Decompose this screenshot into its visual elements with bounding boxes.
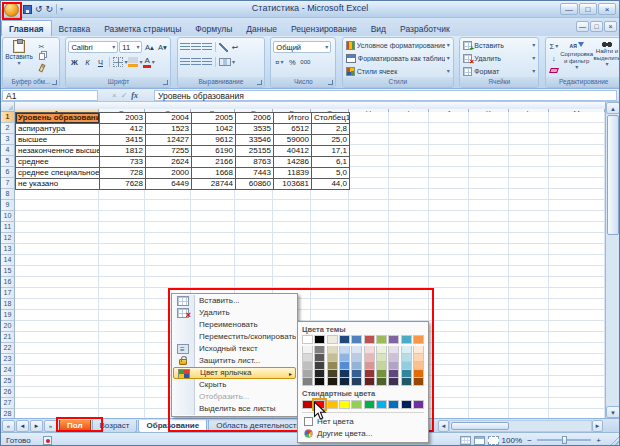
- table-cell[interactable]: высшее: [16, 135, 100, 146]
- zoom-slider-thumb[interactable]: [562, 436, 567, 444]
- row-header-13[interactable]: 13: [1, 244, 15, 255]
- row-header-8[interactable]: 8: [1, 189, 15, 200]
- theme-color-swatch[interactable]: [302, 354, 313, 362]
- table-cell[interactable]: аспирантура: [16, 124, 100, 135]
- number-format-select[interactable]: Общий▾: [273, 41, 331, 53]
- table-cell[interactable]: 1812: [100, 146, 146, 157]
- menu-item-select-all-sheets[interactable]: Выделить все листы: [173, 403, 296, 415]
- sort-filter-button[interactable]: АЯ Сортировка и фильтр ▾: [561, 40, 592, 76]
- name-box[interactable]: A1: [2, 90, 98, 101]
- theme-color-swatch[interactable]: [339, 362, 350, 370]
- format-painter-button[interactable]: [35, 64, 48, 74]
- prev-sheet-button[interactable]: ◄: [16, 420, 29, 432]
- row-header-26[interactable]: 26: [1, 387, 15, 398]
- next-sheet-button[interactable]: ►: [30, 420, 43, 432]
- font-color-icon[interactable]: А: [143, 57, 150, 68]
- vertical-scroll-thumb[interactable]: [607, 115, 619, 235]
- align-middle-icon[interactable]: [191, 43, 201, 51]
- theme-color-swatch[interactable]: [327, 362, 338, 370]
- standard-color-swatch[interactable]: [364, 400, 375, 409]
- table-cell[interactable]: среднее специальное: [16, 168, 100, 179]
- table-cell[interactable]: 7628: [100, 179, 146, 190]
- find-select-button[interactable]: Найти и выделить ▾: [593, 40, 620, 76]
- row-header-6[interactable]: 6: [1, 167, 15, 178]
- table-cell[interactable]: 60860: [236, 179, 274, 190]
- theme-color-swatch[interactable]: [351, 362, 362, 370]
- theme-color-swatch[interactable]: [401, 335, 412, 344]
- row-header-9[interactable]: 9: [1, 200, 15, 211]
- fill-color-icon[interactable]: [128, 57, 138, 67]
- theme-color-swatch[interactable]: [388, 378, 399, 386]
- menu-item-tab-color[interactable]: Цвет ярлычка▸: [173, 367, 296, 379]
- table-header-cell[interactable]: 2003: [100, 113, 146, 124]
- table-cell[interactable]: 3535: [236, 124, 274, 135]
- insert-cells-button[interactable]: Вставить▾: [460, 39, 538, 51]
- zoom-slider[interactable]: [537, 439, 591, 441]
- row-header-7[interactable]: 7: [1, 178, 15, 189]
- more-colors-item[interactable]: Другие цвета...: [302, 427, 424, 439]
- menu-item-rename-sheet[interactable]: Переименовать: [173, 319, 296, 331]
- clear-button[interactable]: [548, 64, 560, 76]
- row-header-24[interactable]: 24: [1, 365, 15, 376]
- table-cell[interactable]: 25155: [236, 146, 274, 157]
- close-button[interactable]: ×: [598, 3, 616, 15]
- conditional-formatting-button[interactable]: Условное форматирование▾: [343, 39, 453, 51]
- table-cell[interactable]: 3415: [100, 135, 146, 146]
- align-left-icon[interactable]: [180, 58, 190, 66]
- theme-color-swatch[interactable]: [351, 346, 362, 354]
- table-cell[interactable]: 25,0: [312, 135, 350, 146]
- dialog-launcher-icon[interactable]: [163, 80, 168, 85]
- standard-color-swatch[interactable]: [376, 400, 387, 409]
- theme-color-swatch[interactable]: [388, 354, 399, 362]
- autosum-button[interactable]: Σ▾: [548, 40, 560, 52]
- last-sheet-button[interactable]: »: [44, 420, 57, 432]
- theme-color-swatch[interactable]: [376, 370, 387, 378]
- theme-color-swatch[interactable]: [413, 354, 424, 362]
- table-header-cell[interactable]: 2006: [236, 113, 274, 124]
- table-header-cell[interactable]: Столбец1: [312, 113, 350, 124]
- theme-color-swatch[interactable]: [401, 370, 412, 378]
- ribbon-tab-Главная[interactable]: Главная: [1, 20, 52, 37]
- table-cell[interactable]: 6190: [192, 146, 236, 157]
- workbook-minimize-button[interactable]: —: [576, 21, 589, 32]
- theme-color-swatch[interactable]: [388, 335, 399, 344]
- orientation-icon[interactable]: [219, 43, 228, 52]
- table-cell[interactable]: 7255: [146, 146, 192, 157]
- row-header-15[interactable]: 15: [1, 266, 15, 277]
- table-cell[interactable]: 733: [100, 157, 146, 168]
- theme-color-swatch[interactable]: [401, 362, 412, 370]
- format-cells-button[interactable]: Формат▾: [460, 65, 538, 77]
- scroll-down-icon[interactable]: ▼: [606, 406, 620, 418]
- row-header-16[interactable]: 16: [1, 277, 15, 288]
- workbook-close-button[interactable]: ×: [604, 21, 617, 32]
- theme-color-swatch[interactable]: [327, 354, 338, 362]
- theme-color-swatch[interactable]: [376, 354, 387, 362]
- theme-color-swatch[interactable]: [351, 335, 362, 344]
- select-all-corner[interactable]: [1, 102, 15, 111]
- normal-view-icon[interactable]: [460, 436, 471, 445]
- page-break-view-icon[interactable]: [488, 436, 499, 445]
- table-cell[interactable]: 28744: [192, 179, 236, 190]
- table-cell[interactable]: 8763: [236, 157, 274, 168]
- table-cell[interactable]: 2000: [146, 168, 192, 179]
- hscroll-right-icon[interactable]: ►: [592, 420, 603, 432]
- menu-item-view-code[interactable]: Исходный текст: [173, 343, 296, 355]
- table-cell[interactable]: 7443: [236, 168, 274, 179]
- row-header-17[interactable]: 17: [1, 288, 15, 299]
- theme-color-swatch[interactable]: [351, 378, 362, 386]
- comma-style-button[interactable]: 000: [299, 56, 311, 68]
- table-cell[interactable]: 2624: [146, 157, 192, 168]
- font-name-select[interactable]: Calibri▾: [68, 41, 118, 53]
- copy-button[interactable]: [35, 53, 48, 63]
- first-sheet-button[interactable]: «: [2, 420, 15, 432]
- theme-color-swatch[interactable]: [413, 346, 424, 354]
- theme-color-swatch[interactable]: [327, 378, 338, 386]
- row-header-23[interactable]: 23: [1, 354, 15, 365]
- table-cell[interactable]: среднее: [16, 157, 100, 168]
- theme-color-swatch[interactable]: [339, 335, 350, 344]
- table-cell[interactable]: 103681: [274, 179, 312, 190]
- theme-color-swatch[interactable]: [339, 378, 350, 386]
- table-cell[interactable]: 59000: [274, 135, 312, 146]
- menu-item-protect-sheet[interactable]: Защитить лист...: [173, 355, 296, 367]
- align-center-icon[interactable]: [191, 58, 201, 66]
